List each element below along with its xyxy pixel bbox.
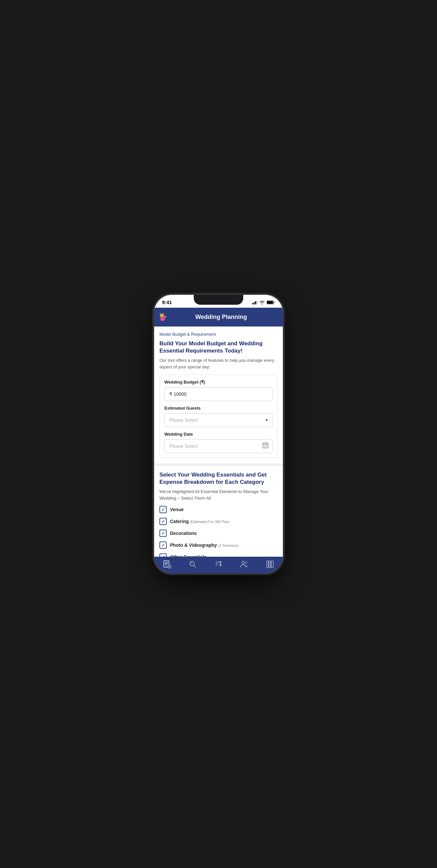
status-time: 9:41 [162, 300, 172, 305]
svg-point-19 [242, 561, 244, 564]
svg-rect-22 [269, 561, 271, 567]
budget-label: Wedding Budget (₹) [164, 380, 273, 384]
content-scroll[interactable]: Model Budget & Requirement Build Your Mo… [154, 327, 283, 557]
svg-rect-1 [254, 302, 255, 304]
checkbox-photo[interactable]: ✓ Photo & Videography (2 Sessions) [159, 541, 278, 549]
phone-frame: 9:41 [154, 295, 283, 573]
date-label: Wedding Date [164, 432, 273, 437]
nav-sort-icon [214, 560, 223, 568]
guests-group: Estimated Guests Please Select 100 200 3… [164, 406, 273, 427]
svg-point-20 [245, 562, 247, 564]
nav-library-icon [266, 560, 274, 568]
bottom-nav [154, 557, 283, 573]
svg-rect-2 [255, 301, 256, 304]
venue-label: Venue [170, 507, 183, 512]
svg-text:💕: 💕 [160, 315, 167, 321]
svg-rect-21 [267, 561, 268, 567]
guests-select-wrapper: Please Select 100 200 300 500 ▼ [164, 413, 273, 427]
svg-rect-3 [257, 301, 258, 304]
checkbox-decorations[interactable]: ✓ Decorations [159, 530, 278, 537]
photo-sub: (2 Sessions) [218, 544, 238, 548]
checkbox-venue[interactable]: ✓ Venue [159, 506, 278, 513]
decorations-check-icon: ✓ [162, 531, 165, 536]
nav-search-icon [188, 560, 197, 568]
essentials-section: Select Your Wedding Essentials and Get E… [154, 466, 283, 557]
photo-check-icon: ✓ [162, 543, 165, 548]
budget-form-card: Wedding Budget (₹) Estimated Guests Plea… [159, 375, 278, 458]
other-label: Other Essentials [170, 554, 207, 557]
photo-checkbox[interactable]: ✓ [159, 541, 167, 549]
phone-screen: 9:41 [154, 295, 283, 573]
catering-sub: (Estimated For 300 Pax) [190, 520, 229, 524]
guests-select[interactable]: Please Select 100 200 300 500 [164, 413, 273, 427]
nav-item-sort[interactable] [214, 560, 223, 568]
catering-check-icon: ✓ [162, 519, 165, 524]
status-icons [252, 301, 275, 304]
svg-rect-23 [271, 561, 273, 567]
nav-item-people[interactable] [240, 560, 249, 568]
nav-people-icon [240, 560, 249, 568]
wifi-icon [259, 301, 265, 304]
nav-item-budget[interactable] [163, 560, 171, 568]
date-group: Wedding Date [164, 432, 273, 453]
section2-title: Select Your Wedding Essentials and Get E… [159, 471, 278, 486]
decorations-label: Decorations [170, 531, 197, 536]
svg-rect-0 [252, 303, 253, 304]
budget-input[interactable] [164, 387, 273, 401]
date-input-wrapper [164, 439, 273, 453]
checkbox-catering[interactable]: ✓ Catering (Estimated For 300 Pax) [159, 518, 278, 525]
guests-label: Estimated Guests [164, 406, 273, 411]
nav-budget-icon [163, 560, 171, 568]
app-header: 👑 💕 Wedding Planning [154, 308, 283, 327]
svg-point-18 [191, 562, 193, 564]
svg-rect-5 [267, 301, 273, 304]
nav-item-library[interactable] [266, 560, 274, 568]
app-logo: 👑 💕 [159, 312, 171, 322]
battery-icon [267, 301, 275, 304]
decorations-checkbox[interactable]: ✓ [159, 530, 167, 537]
catering-label: Catering (Estimated For 300 Pax) [170, 519, 229, 524]
photo-label: Photo & Videography (2 Sessions) [170, 542, 238, 548]
notch [194, 295, 243, 305]
breadcrumb: Model Budget & Requirement [159, 332, 278, 337]
other-checkbox[interactable]: ✓ [159, 553, 167, 557]
venue-checkbox[interactable]: ✓ [159, 506, 167, 513]
section1-desc: Our tool offers a range of features to h… [159, 357, 278, 370]
signal-icon [252, 301, 258, 304]
budget-section: Model Budget & Requirement Build Your Mo… [154, 327, 283, 463]
venue-check-icon: ✓ [162, 507, 165, 512]
essentials-desc: We've Highlighted All Essential Elements… [159, 488, 278, 501]
checkbox-other[interactable]: ✓ Other Essentials [159, 553, 278, 557]
section-divider [154, 463, 283, 466]
budget-group: Wedding Budget (₹) [164, 380, 273, 401]
date-input[interactable] [164, 439, 273, 453]
section1-title: Build Your Model Budget and Wedding Esse… [159, 340, 278, 354]
catering-checkbox[interactable]: ✓ [159, 518, 167, 525]
nav-item-search[interactable] [188, 560, 197, 568]
logo-icon: 👑 💕 [159, 312, 171, 321]
app-title: Wedding Planning [175, 314, 268, 320]
